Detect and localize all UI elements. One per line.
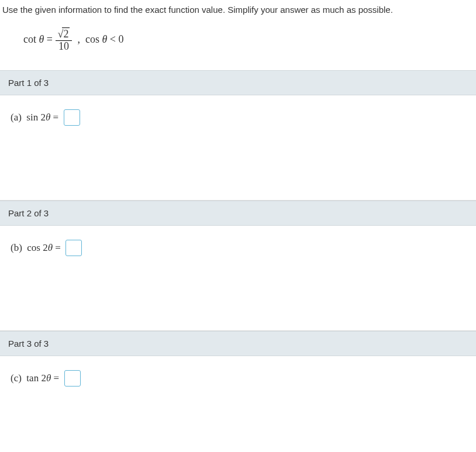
answer-input-c[interactable] [64, 370, 81, 387]
part-header: Part 1 of 3 [0, 70, 476, 95]
part-header: Part 2 of 3 [0, 201, 476, 226]
part-header: Part 3 of 3 [0, 331, 476, 356]
sqrt-value: 2 [62, 27, 70, 40]
condition-text: , cos θ < 0 [75, 33, 124, 45]
cot-lhs: cot θ = [23, 33, 56, 45]
fraction: √2 10 [56, 29, 73, 53]
given-expression: cot θ = √2 10 , cos θ < 0 [0, 24, 476, 70]
part-body: (c) tan 2θ = [0, 356, 476, 398]
question-label-a: (a) sin 2θ = [11, 112, 58, 123]
part-body: (a) sin 2θ = [0, 95, 476, 201]
question-label-b: (b) cos 2θ = [11, 242, 61, 254]
question-label-c: (c) tan 2θ = [11, 372, 59, 384]
fraction-denominator: 10 [56, 41, 73, 53]
answer-input-b[interactable] [65, 240, 82, 256]
part-body: (b) cos 2θ = [0, 226, 476, 331]
answer-input-a[interactable] [64, 109, 80, 126]
fraction-numerator: √2 [56, 29, 73, 41]
instructions-text: Use the given information to find the ex… [0, 0, 476, 24]
sqrt-wrapper: √2 [58, 29, 70, 40]
